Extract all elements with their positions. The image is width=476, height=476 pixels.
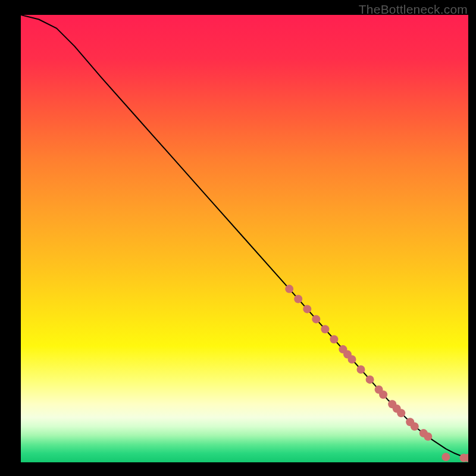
chart-overlay bbox=[21, 15, 468, 462]
data-point bbox=[321, 325, 329, 333]
data-point bbox=[330, 335, 338, 343]
data-points bbox=[285, 285, 468, 462]
data-point bbox=[294, 295, 302, 303]
data-point bbox=[357, 365, 365, 374]
data-point bbox=[303, 305, 311, 313]
bottleneck-curve bbox=[21, 15, 468, 458]
watermark-text: TheBottleneck.com bbox=[359, 2, 468, 17]
data-point bbox=[424, 433, 432, 441]
data-point bbox=[397, 409, 405, 417]
data-point bbox=[379, 390, 387, 399]
data-point bbox=[366, 375, 374, 384]
data-point bbox=[441, 453, 450, 461]
data-point bbox=[285, 285, 293, 293]
data-point bbox=[411, 422, 419, 431]
chart-frame: TheBottleneck.com bbox=[0, 0, 476, 476]
plot-area bbox=[21, 15, 468, 462]
data-point bbox=[348, 355, 356, 364]
data-point bbox=[312, 315, 320, 323]
